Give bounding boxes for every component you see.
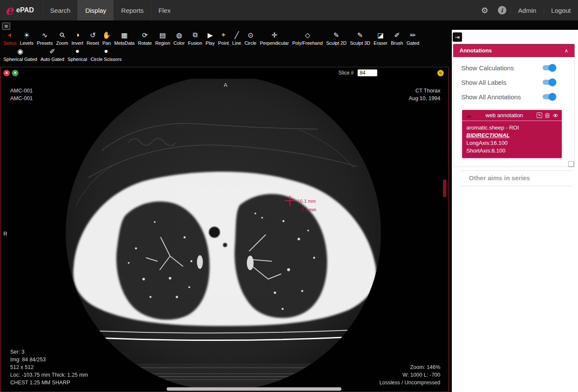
patient-info-overlay: AMC-001 AMC-001 [10,87,33,102]
other-aims-section: Other aims in series [461,170,573,186]
perpendicular-icon: ✛ [272,31,277,39]
chevron-up-icon[interactable]: ∧ [564,48,568,54]
polygon-icon: ◇ [305,31,310,39]
tool-metadata[interactable]: ▦MetaData [113,31,136,46]
levels-icon: ☀ [23,31,29,39]
annotations-title: Annotations [460,47,492,54]
ct-image-canvas[interactable]: 16.1 mm 8.1 mm [0,79,448,392]
annotation-card-body: aromatic.sheep - ROI BIDIRECTIONAL LongA… [462,121,562,158]
tool-zoom[interactable]: ⚲Zoom [55,31,70,46]
eraser-icon: ◪ [377,31,384,39]
slice-number-label: Slice # [338,70,354,76]
reset-icon: ↺ [90,31,95,39]
tool-color[interactable]: ◍Color [172,31,186,46]
short-axis-label: 8.1 mm [301,207,316,212]
viewer-horizontal-scrollbar[interactable] [167,387,341,391]
tool-circle[interactable]: ⊙Circle [243,31,258,46]
toggle-row-show-all-annotations: Show All Annotations [454,89,574,104]
tool-region[interactable]: ▤Region [153,31,172,46]
tool-sculpt-3d[interactable]: ✎Sculpt 3D [348,31,372,46]
toggle-row-show-calculations: Show Calculations [454,61,574,75]
edit-annotation-icon[interactable]: ✎ [437,70,444,76]
orientation-marker-r: R [3,230,7,238]
invert-icon: ◑ [75,31,80,39]
tool-invert[interactable]: ◑Invert [70,31,85,46]
tool-point[interactable]: ⌖Point [217,31,231,46]
menu-toggle-icon[interactable]: ≡ [2,23,10,30]
tool-line[interactable]: ╱Line [231,31,243,46]
orientation-marker-a: A [224,81,227,89]
delete-icon[interactable] [545,112,550,118]
color-icon: ◍ [176,31,182,39]
annotations-panel-header[interactable]: Annotations ∧ [453,44,575,57]
point-icon: ⌖ [222,31,225,39]
sculpt-2d-icon: ✎ [333,31,339,39]
nav-item-flex[interactable]: Flex [151,0,178,20]
circle-icon: ⊙ [248,31,253,39]
nav-item-admin[interactable]: Admin [511,7,544,14]
show-calculations-toggle[interactable] [542,64,556,72]
cloud-icon: ☁ [465,112,472,118]
tool-eraser[interactable]: ◪Eraser [372,31,389,46]
brush-icon: ✐ [394,31,400,39]
panel-resize-handle[interactable] [568,161,574,167]
tool-gated[interactable]: ✏Gated [405,31,421,46]
tool-auto-gated[interactable]: ✐Auto Gated [39,47,66,62]
auto-gated-icon: ✐ [49,47,55,55]
settings-gear-icon[interactable]: ⚙ [476,6,494,15]
viewer-vertical-scrollbar[interactable] [443,179,446,197]
collapse-panel-icon[interactable]: ⇥ [453,32,462,42]
annotation-type: BIDIRECTIONAL [466,132,558,139]
toggle-row-show-all-labels: Show All Labels [454,75,574,89]
brand: e ePAD [0,0,43,20]
play-icon: ▶ [208,31,213,39]
nav-item-reports[interactable]: Reports [113,0,151,20]
close-all-icon[interactable]: ✕ [12,70,18,76]
study-info-overlay: CT Thorax Aug 10, 1994 [409,87,440,102]
tool-levels[interactable]: ☀Levels [18,31,35,46]
show-all-labels-toggle[interactable] [542,78,556,86]
nav-item-search[interactable]: Search [43,0,78,20]
pan-hand-icon: ✋ [102,31,111,39]
metadata-icon: ▦ [121,31,127,39]
edit-icon[interactable]: ✎ [537,112,542,118]
tool-brush[interactable]: ✐Brush [389,31,405,46]
nav-item-display[interactable]: Display [78,0,113,20]
annotations-sidebar: ⇥ Annotations ∧ Show Calculations Show A… [452,30,578,392]
tool-reset[interactable]: ↺Reset [85,31,101,46]
gated-icon: ✏ [410,31,416,39]
annotation-card[interactable]: ☁ web annotation ✎ aromatic.sheep - ROI … [461,109,563,159]
tool-perpendicular[interactable]: ✛Perpendicular [258,31,291,46]
close-viewer-icon[interactable]: ✕ [3,70,10,76]
tool-spherical[interactable]: ●Spherical [66,47,89,62]
visibility-eye-icon[interactable] [552,113,558,118]
tool-sculpt-2d[interactable]: ✎Sculpt 2D [324,31,348,46]
long-axis-label: 16.1 mm [298,199,316,204]
tool-circle-scissors[interactable]: ●Circle Scissors [89,47,123,62]
tool-presets[interactable]: ∿Presets [35,31,54,46]
tool-pan[interactable]: ✋Pan [101,31,113,46]
tool-fusion[interactable]: ⧉Fusion [186,31,204,46]
info-icon[interactable]: i [498,6,506,14]
other-aims-title: Other aims in series [461,171,573,186]
tool-select[interactable]: ➤Select [2,31,18,46]
spherical-gated-icon: ◉ [17,47,23,55]
nav-right: ⚙ i Admin Logout [476,0,578,20]
series-info-overlay: Ser: 3 Img: 84 84/253 512 x 512 Loc: -10… [10,348,88,386]
tool-rotate[interactable]: ⟳Rotate [136,31,153,46]
tool-poly-freehand[interactable]: ◇Poly/Freehand [291,31,325,46]
display-info-overlay: Zoom: 146% W: 1000 L: -700 Lossless / Un… [379,363,440,386]
tool-spherical-gated[interactable]: ◉Spherical Gated [2,47,39,62]
slice-number-input[interactable] [358,69,377,76]
annotation-long-axis: LongAxis:16.100 [466,139,558,147]
spherical-icon: ● [75,47,80,55]
tool-play[interactable]: ▶Play [204,31,216,46]
toolbar-row-2: ◉Spherical Gated ✐Auto Gated ●Spherical … [2,47,450,62]
toolbar-row-1: ➤Select ☀Levels ∿Presets ⚲Zoom ◑Invert ↺… [2,31,450,46]
nav-item-logout[interactable]: Logout [543,7,578,14]
fusion-icon: ⧉ [193,31,197,39]
show-all-annotations-toggle[interactable] [542,93,556,101]
annotations-panel-body: Show Calculations Show All Labels Show A… [453,57,575,167]
epad-logo-icon: e [5,4,13,17]
sculpt-3d-icon: ✎ [357,31,363,39]
